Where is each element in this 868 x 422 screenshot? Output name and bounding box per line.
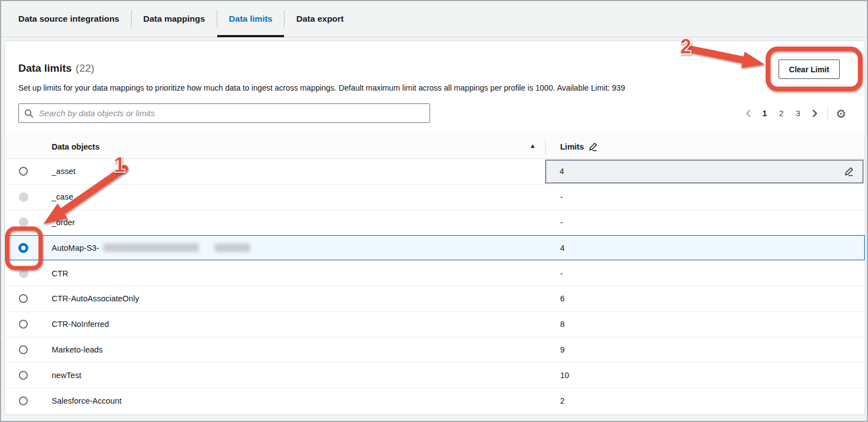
tab-data-export[interactable]: Data export [285, 1, 355, 37]
search-box [18, 103, 430, 123]
limit-value: 10 [542, 371, 865, 380]
settings-gear-icon[interactable]: ⚙ [834, 107, 849, 121]
table-row-salesforce-account[interactable]: Salesforce-Account 2 [5, 388, 865, 414]
search-icon [24, 109, 33, 118]
chevron-left-icon [745, 109, 751, 118]
table-row-ctr-noinferred[interactable]: CTR-NoInferred 8 [5, 312, 865, 337]
table-body: _asset 4 _case - _order - [5, 159, 865, 414]
table-header: Data objects ▲ Limits [5, 135, 865, 159]
radio-automap-selected[interactable] [18, 243, 28, 253]
limit-value: 2 [542, 396, 865, 405]
chevron-right-icon [812, 109, 818, 118]
data-object-name: CTR-NoInferred [42, 320, 542, 329]
radio-ctr-disabled [19, 269, 28, 278]
sort-ascending-icon[interactable]: ▲ [530, 142, 536, 149]
radio-ctr-autoassociateonly[interactable] [19, 294, 28, 303]
limit-value: 9 [542, 345, 865, 354]
next-page-button[interactable] [806, 105, 823, 122]
table-row-order[interactable]: _order - [5, 210, 865, 236]
page-3-button[interactable]: 3 [790, 105, 806, 122]
page-2-button[interactable]: 2 [773, 105, 790, 122]
data-object-name: AutoMap-S3- [52, 244, 99, 252]
column-header-limits[interactable]: Limits [560, 142, 597, 151]
page-title: Data limits(22) [18, 62, 94, 75]
radio-order-disabled [19, 217, 28, 227]
data-object-name: _asset [42, 167, 542, 176]
data-limits-panel: Data limits(22) Set up limits for your d… [4, 41, 865, 415]
pagination: 1 2 3 ⚙ [740, 105, 849, 122]
table-row-ctr-autoassociateonly[interactable]: CTR-AutoAssociateOnly 6 [5, 286, 865, 312]
table-row-asset[interactable]: _asset 4 [5, 159, 865, 185]
radio-newtest[interactable] [19, 371, 28, 380]
item-count: (22) [76, 62, 94, 74]
redacted-text-block [103, 244, 199, 252]
tab-data-limits[interactable]: Data limits [217, 1, 284, 37]
data-object-name: _case [42, 192, 542, 201]
column-header-limits-label: Limits [560, 142, 584, 151]
edit-pencil-icon[interactable] [844, 167, 854, 176]
app-window: Data source integrations Data mappings D… [0, 0, 868, 422]
tab-data-mappings[interactable]: Data mappings [132, 1, 217, 37]
limit-value: - [542, 269, 865, 278]
redacted-text-block [214, 244, 250, 252]
radio-case-disabled [19, 192, 28, 202]
table-row-ctr[interactable]: CTR - [5, 261, 865, 286]
page-1-button[interactable]: 1 [756, 105, 773, 122]
table-row-newtest[interactable]: newTest 10 [5, 363, 865, 388]
radio-asset[interactable] [19, 167, 28, 176]
data-object-name: CTR-AutoAssociateOnly [42, 294, 542, 303]
previous-page-button[interactable] [740, 105, 756, 122]
page-title-text: Data limits [18, 62, 72, 74]
edit-pencil-icon [588, 142, 597, 151]
data-object-name: CTR [42, 269, 542, 278]
limit-value: 4 [560, 167, 564, 176]
radio-salesforce-account[interactable] [19, 396, 28, 405]
radio-ctr-noinferred[interactable] [19, 320, 28, 329]
limit-edit-cell[interactable]: 4 [545, 160, 864, 183]
column-divider [545, 139, 546, 155]
search-input[interactable] [38, 108, 424, 118]
limit-value: 8 [542, 320, 865, 329]
limit-value: - [542, 218, 865, 227]
data-object-name: newTest [42, 371, 542, 380]
data-object-name: Salesforce-Account [42, 396, 542, 405]
clear-limit-button[interactable]: Clear Limit [779, 59, 840, 79]
limit-value: 4 [542, 244, 865, 252]
pagination-divider [827, 106, 828, 121]
data-object-name: _order [42, 218, 542, 227]
tab-bar: Data source integrations Data mappings D… [1, 1, 867, 37]
limit-value: 6 [542, 294, 865, 303]
tab-data-source-integrations[interactable]: Data source integrations [7, 1, 131, 37]
table-row-marketo-leads[interactable]: Marketo-leads 9 [5, 337, 865, 363]
radio-marketo-leads[interactable] [19, 345, 28, 354]
page-description: Set up limits for your data mappings to … [18, 83, 625, 92]
data-object-name: Marketo-leads [42, 345, 542, 354]
table-row-case[interactable]: _case - [5, 185, 865, 210]
limit-value: - [542, 192, 865, 201]
column-header-data-objects[interactable]: Data objects [52, 142, 99, 151]
table-row-automap-s3-selected[interactable]: AutoMap-S3- 4 [5, 235, 865, 261]
